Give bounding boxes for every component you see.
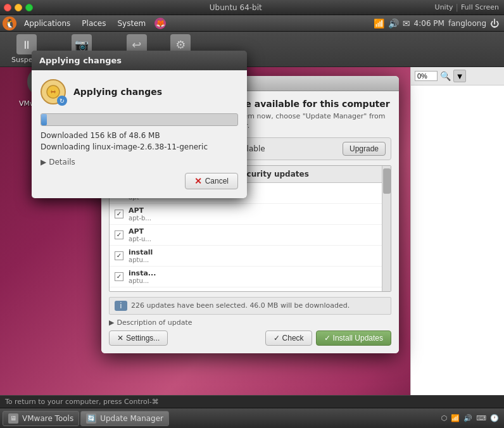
right-panel: 🔍 ▼ xyxy=(410,67,504,395)
places-menu[interactable]: Places xyxy=(77,18,111,29)
applying-heading: Applying changes xyxy=(73,87,162,97)
network-status-icon: 📶 xyxy=(451,414,460,422)
volume-status-icon: 🔊 xyxy=(463,414,472,422)
progress-text: Downloaded 156 kB of 48.6 MB xyxy=(41,131,238,140)
taskbar-vmware-tools[interactable]: 🖥 VMware Tools xyxy=(3,411,79,426)
um-action-row: ▶ Description of update xyxy=(109,318,391,327)
check-button[interactable]: ✓ Check xyxy=(265,330,312,346)
taskbar-update-manager[interactable]: 🔄 Update Manager xyxy=(80,411,169,426)
taskbar-right: ⬡ 📶 🔊 ⌨ 🕐 xyxy=(441,414,505,422)
install-btn-icon: ✓ xyxy=(324,334,331,343)
progress-bar-container xyxy=(41,113,238,126)
settings-button[interactable]: ✕ Settings... xyxy=(109,330,168,346)
applying-buttons: ✕ Cancel xyxy=(41,173,238,189)
taskbar-left: 🖥 VMware Tools 🔄 Update Manager xyxy=(0,411,169,426)
upgrade-button[interactable]: Upgrade xyxy=(343,142,386,156)
window-titlebar: Ubuntu 64-bit Unity | Full Screen xyxy=(0,0,504,15)
taskbar-clock: 🕐 xyxy=(490,414,499,422)
status-icon: i xyxy=(115,301,127,311)
item-checkbox-4[interactable] xyxy=(115,272,123,281)
minimize-button[interactable] xyxy=(15,4,22,11)
network-icon: 📶 xyxy=(374,18,384,28)
item-text-3: install aptu... xyxy=(129,248,153,263)
app-menu-bar: 🐧 Applications Places System 🦊 📶 🔊 ✉ 4:0… xyxy=(0,15,504,32)
details-triangle-icon: ▶ xyxy=(41,158,46,167)
item-text-4: insta... aptu... xyxy=(129,269,156,284)
triangle-icon: ▶ xyxy=(109,318,114,327)
bluetooth-icon: ⬡ xyxy=(441,414,448,422)
status-text: 226 updates have been selected. 46.0 MB … xyxy=(131,301,350,310)
clock: 4:06 PM xyxy=(414,19,444,28)
applying-arrows-icon: ↻ xyxy=(57,96,67,106)
zoom-input[interactable] xyxy=(415,71,438,81)
power-icon: ⏻ xyxy=(490,18,499,28)
check-btn-icon: ✓ xyxy=(274,334,280,343)
description-toggle[interactable]: ▶ Description of update xyxy=(109,318,192,327)
list-item: APT apt-u... xyxy=(110,225,391,246)
applying-titlebar: Applying changes xyxy=(32,51,247,70)
right-buttons: ✓ Check ✓ Install Updates xyxy=(265,330,391,346)
taskbar-status-text: To return to your computer, press Contro… xyxy=(0,395,504,408)
applications-menu[interactable]: Applications xyxy=(19,18,75,29)
list-item: install aptu... xyxy=(110,246,391,267)
install-updates-button[interactable]: ✓ Install Updates xyxy=(316,330,391,346)
progress-bar-fill xyxy=(41,114,47,125)
volume-icon: 🔊 xyxy=(388,18,399,28)
item-text-1: APT apt-b... xyxy=(129,206,151,222)
um-status-bar: i 226 updates have been selected. 46.0 M… xyxy=(109,297,391,315)
search-icon: 🔍 xyxy=(440,71,451,81)
item-text-2: APT apt-u... xyxy=(129,227,151,242)
update-manager-taskbar-icon: 🔄 xyxy=(86,413,96,424)
item-checkbox-1[interactable] xyxy=(115,210,123,218)
app-menu-right: 📶 🔊 ✉ 4:06 PM fangloong ⏻ xyxy=(374,18,504,28)
top-bar-right: Unity | Full Screen xyxy=(435,3,504,12)
keyboard-icon: ⌨ xyxy=(476,414,486,422)
item-checkbox-3[interactable] xyxy=(115,251,123,260)
taskbar: 🖥 VMware Tools 🔄 Update Manager ⬡ 📶 🔊 ⌨ … xyxy=(0,408,504,428)
panel-dropdown[interactable]: ▼ xyxy=(453,70,466,82)
applying-header: ↻ Applying changes xyxy=(41,79,238,104)
item-checkbox-2[interactable] xyxy=(115,230,123,239)
vmware-tools-taskbar-icon: 🖥 xyxy=(8,413,18,424)
applying-dialog: Applying changes ↻ Applying changes Down… xyxy=(32,51,247,198)
username: fangloong xyxy=(448,19,486,28)
ubuntu-icon: 🐧 xyxy=(3,16,16,30)
system-menu[interactable]: System xyxy=(112,18,151,29)
applying-body: ↻ Applying changes Downloaded 156 kB of … xyxy=(32,70,247,198)
menu-items: Applications Places System 🦊 xyxy=(19,18,166,29)
scrollbar-thumb[interactable] xyxy=(383,168,391,194)
full-screen-button[interactable]: Full Screen xyxy=(461,3,499,11)
traffic-lights xyxy=(0,4,37,11)
downloading-text: Downloading linux-image-2.6.38-11-generi… xyxy=(41,142,238,151)
cancel-button[interactable]: ✕ Cancel xyxy=(185,173,238,189)
close-button[interactable] xyxy=(4,4,11,11)
cancel-x-icon: ✕ xyxy=(194,176,202,186)
um-bottom-buttons: ✕ Settings... ✓ Check ✓ Install Updates xyxy=(109,330,391,346)
list-item: APT apt-b... xyxy=(110,204,391,225)
maximize-button[interactable] xyxy=(25,4,33,11)
unity-button[interactable]: Unity xyxy=(435,3,453,11)
um-scrollbar[interactable] xyxy=(382,166,391,291)
mail-icon: ✉ xyxy=(403,18,410,28)
details-toggle[interactable]: ▶ Details xyxy=(41,158,238,167)
right-panel-toolbar: 🔍 ▼ xyxy=(411,67,504,85)
list-item: insta... aptu... xyxy=(110,267,391,287)
window-title: Ubuntu 64-bit xyxy=(37,3,435,12)
settings-btn-icon: ✕ xyxy=(117,334,123,343)
browser-icon: 🦊 xyxy=(154,18,166,29)
applying-icon: ↻ xyxy=(41,79,66,104)
